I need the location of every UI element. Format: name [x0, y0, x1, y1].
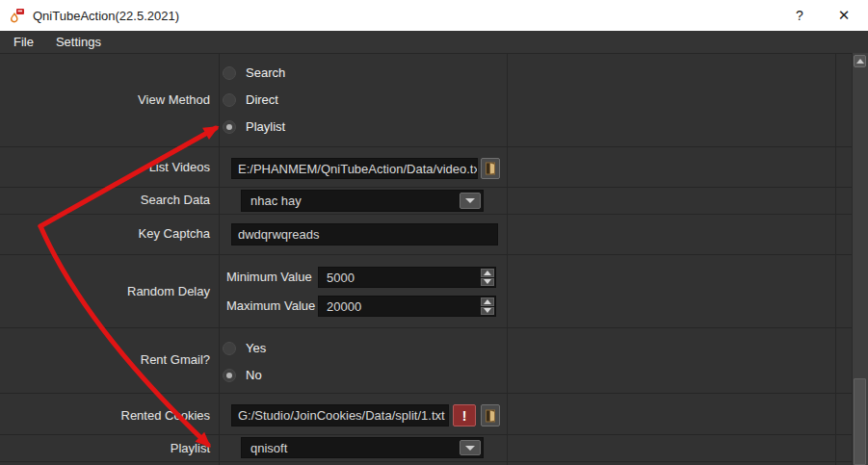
browse-rented-cookies-button[interactable]: [481, 404, 500, 426]
playlist-combobox[interactable]: qnisoft: [241, 437, 484, 458]
radio-option-label: Playlist: [246, 119, 285, 134]
search-data-combobox[interactable]: nhac hay: [241, 190, 484, 212]
spinbox-value: 5000: [327, 268, 355, 287]
spin-down-button[interactable]: [481, 307, 494, 316]
grid-line: [0, 393, 852, 394]
radio-icon: [223, 93, 236, 107]
triangle-up-icon: [856, 59, 864, 64]
field-label-key-captcha: Key Captcha: [0, 226, 210, 242]
grid-line: [0, 254, 852, 255]
menu-file[interactable]: File: [10, 35, 38, 49]
radio-option-label: Direct: [246, 92, 278, 107]
close-button[interactable]: ✕: [829, 0, 858, 31]
app-logo-icon: [10, 8, 25, 23]
spinbox-value: 20000: [327, 297, 361, 316]
radio-icon-selected: [223, 120, 236, 134]
open-file-icon: [485, 409, 497, 423]
field-label-view-method: View Method: [0, 92, 210, 108]
grid-line: [0, 434, 852, 435]
spin-buttons: [481, 297, 494, 315]
chevron-down-icon: [465, 198, 475, 203]
radio-icon-selected: [223, 369, 236, 382]
dropdown-button[interactable]: [460, 440, 481, 455]
grid-line: [0, 214, 852, 215]
field-label-rent-gmail: Rent Gmail?: [0, 352, 210, 368]
radio-rent-gmail-yes[interactable]: Yes: [223, 341, 266, 355]
triangle-up-icon: [484, 299, 491, 304]
help-button[interactable]: ?: [785, 0, 814, 31]
spin-buttons: [481, 269, 494, 286]
window-title: QniTubeAction(22.5.2021): [33, 9, 179, 23]
title-bar: QniTubeAction(22.5.2021) ? ✕: [0, 0, 868, 31]
open-file-icon: [485, 162, 497, 175]
field-label-list-videos: List Videos: [0, 160, 210, 175]
radio-option-label: Search: [246, 65, 285, 80]
grid-line: [0, 327, 852, 328]
list-videos-input[interactable]: [231, 158, 478, 179]
triangle-up-icon: [484, 271, 491, 275]
combobox-value: nhac hay: [250, 191, 302, 211]
triangle-down-icon: [484, 308, 491, 313]
grid-line: [0, 461, 852, 462]
radio-option-label: Yes: [246, 341, 266, 355]
maximum-value-label: Maximum Value: [226, 298, 315, 314]
triangle-down-icon: [484, 279, 491, 284]
spin-down-button[interactable]: [481, 278, 494, 287]
menu-settings[interactable]: Settings: [52, 35, 105, 49]
grid-line: [507, 53, 508, 465]
radio-icon: [223, 66, 236, 80]
browse-list-videos-button[interactable]: [481, 158, 500, 179]
app-window: QniTubeAction(22.5.2021) ? ✕ File Settin…: [0, 0, 868, 465]
spin-up-button[interactable]: [481, 269, 494, 277]
grid-line: [0, 187, 852, 188]
radio-icon: [223, 342, 236, 355]
field-label-playlist: Playlist: [0, 441, 210, 456]
radio-view-method-direct[interactable]: Direct: [223, 92, 278, 107]
form-area: [0, 53, 868, 465]
radio-option-label: No: [246, 368, 262, 382]
field-label-random-delay: Random Delay: [0, 284, 210, 299]
cookies-alert-button[interactable]: !: [453, 404, 476, 426]
radio-view-method-search[interactable]: Search: [223, 65, 285, 80]
spin-up-button[interactable]: [481, 297, 494, 306]
scrollbar-up-button[interactable]: [854, 55, 866, 67]
field-label-search-data: Search Data: [0, 193, 210, 208]
dropdown-button[interactable]: [460, 193, 481, 209]
combobox-value: qnisoft: [250, 438, 287, 457]
grid-line: [0, 53, 868, 54]
radio-view-method-playlist[interactable]: Playlist: [223, 119, 285, 134]
scrollbar-thumb[interactable]: [854, 378, 866, 465]
radio-rent-gmail-no[interactable]: No: [223, 368, 262, 382]
grid-line: [0, 146, 852, 147]
grid-line: [835, 53, 836, 465]
rented-cookies-input[interactable]: [231, 404, 449, 426]
maximum-value-spinbox[interactable]: 20000: [318, 296, 496, 317]
minimum-value-spinbox[interactable]: 5000: [318, 267, 496, 288]
chevron-down-icon: [465, 446, 475, 451]
key-captcha-input[interactable]: [231, 223, 498, 245]
field-label-rented-cookies: Rented Cookies: [0, 408, 210, 424]
menu-bar: File Settings: [0, 31, 868, 53]
grid-line: [219, 53, 220, 465]
minimum-value-label: Minimum Value: [226, 270, 312, 285]
